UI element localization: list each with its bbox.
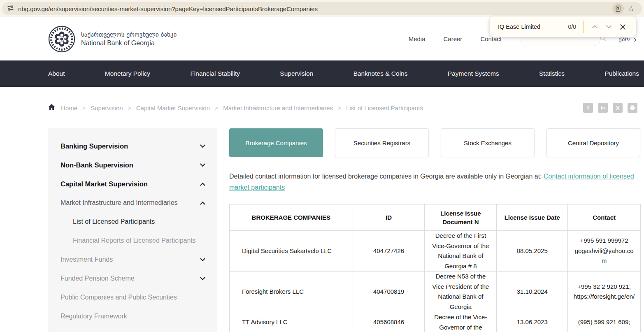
table-header-cell: License Issue Date bbox=[497, 204, 568, 231]
cell-company: Digital Securities Sakartvelo LLC bbox=[230, 231, 353, 272]
main-navigation: AboutMonetary PolicyFinancial StabilityS… bbox=[0, 60, 644, 87]
category-tab[interactable]: Central Depository bbox=[546, 128, 640, 157]
category-tabs: Brokerage CompaniesSecurities Registrars… bbox=[229, 128, 641, 157]
sidebar-item-label: Market Infrastructure and Intermediaries bbox=[60, 199, 197, 207]
breadcrumb-row: HomeSupervisionCapital Market Supervisio… bbox=[48, 101, 637, 114]
facebook-icon[interactable]: f bbox=[583, 103, 593, 113]
table-body: Digital Securities Sakartvelo LLC 404727… bbox=[230, 231, 641, 332]
chevron-icon bbox=[200, 201, 205, 207]
table-row: TT Advisory LLC 405608846 Decree of the … bbox=[230, 312, 641, 332]
url-text[interactable]: nbg.gov.ge/en/supervision/securities-mar… bbox=[18, 5, 612, 12]
category-tab[interactable]: Brokerage Companies bbox=[229, 128, 323, 157]
table-header-cell: ID bbox=[353, 204, 425, 231]
table-header-cell: Contact bbox=[568, 204, 641, 231]
sidebar-item[interactable]: Non-Bank Supervision bbox=[48, 156, 217, 174]
category-tab[interactable]: Stock Exchanges bbox=[441, 128, 535, 157]
sidebar: Banking Supervision Non-Bank Supervision… bbox=[48, 128, 217, 332]
sidebar-item-label: Capital Market Supervision bbox=[60, 180, 197, 188]
site-settings-icon[interactable] bbox=[7, 5, 14, 13]
chevron-icon bbox=[200, 182, 205, 188]
find-in-page-bar: IQ Ease Limited 0/0 bbox=[490, 16, 636, 37]
breadcrumb-item[interactable]: Home bbox=[61, 104, 91, 111]
intro-paragraph: Detailed contact information for license… bbox=[229, 171, 637, 193]
nav-item[interactable]: Payment Systems bbox=[448, 70, 499, 77]
find-in-page-icon[interactable] bbox=[612, 3, 624, 14]
breadcrumb-item[interactable]: Capital Market Supervision bbox=[136, 104, 223, 111]
cell-document: Decree of the Vice-Governor of the bbox=[425, 312, 497, 332]
cell-company: Foresight Brokers LLC bbox=[230, 272, 353, 312]
main-content: Brokerage CompaniesSecurities Registrars… bbox=[229, 128, 641, 332]
breadcrumb-item[interactable]: Market Infrastructure and Intermediaries bbox=[223, 104, 346, 111]
home-icon[interactable] bbox=[48, 104, 55, 112]
print-icon[interactable] bbox=[628, 103, 637, 113]
table-row: Foresight Brokers LLC 404700819 Decree N… bbox=[230, 272, 641, 312]
browser-toolbar: nbg.gov.ge/en/supervision/securities-mar… bbox=[0, 0, 644, 17]
nav-item[interactable]: Financial Stability bbox=[190, 70, 240, 77]
sidebar-item-label: Investment Funds bbox=[60, 256, 197, 263]
chevron-icon bbox=[200, 142, 205, 148]
cell-id: 404727426 bbox=[353, 231, 425, 272]
sidebar-item[interactable]: Banking Supervision bbox=[48, 137, 217, 156]
intro-text: Detailed contact information for license… bbox=[229, 173, 544, 180]
bank-title-georgian: საქართველოს ეროვნული ბანკი bbox=[81, 31, 177, 38]
find-query-input[interactable]: IQ Ease Limited bbox=[498, 23, 568, 30]
linkedin-icon[interactable]: in bbox=[598, 103, 608, 113]
cell-company: TT Advisory LLC bbox=[230, 312, 353, 332]
cell-date: 31.10.2024 bbox=[497, 272, 568, 312]
sidebar-item[interactable]: List of Licensed Participants bbox=[48, 212, 217, 231]
sidebar-item-label: Funded Pension Scheme bbox=[60, 275, 197, 282]
sidebar-item[interactable]: Regulatory Framework bbox=[48, 307, 217, 326]
table-row: Digital Securities Sakartvelo LLC 404727… bbox=[230, 231, 641, 272]
find-previous-button[interactable] bbox=[588, 20, 602, 34]
find-close-icon[interactable] bbox=[616, 20, 630, 34]
sidebar-item[interactable]: Financial Reports of Licensed Participan… bbox=[48, 231, 217, 250]
cell-id: 405608846 bbox=[353, 312, 425, 332]
find-match-count: 0/0 bbox=[568, 23, 576, 30]
url-bar[interactable]: nbg.gov.ge/en/supervision/securities-mar… bbox=[2, 2, 642, 15]
cell-contact: +995 32 2 920 921; https://foresight.ge/… bbox=[568, 272, 641, 312]
chevron-icon bbox=[200, 256, 205, 261]
header-link[interactable]: Media bbox=[409, 35, 425, 42]
sidebar-item[interactable]: Market Infrastructure and Intermediaries bbox=[48, 193, 217, 212]
bank-title-english: National Bank of Georgia bbox=[81, 39, 177, 47]
sidebar-item-label: Financial Reports of Licensed Participan… bbox=[73, 237, 205, 244]
sidebar-item[interactable]: Funded Pension Scheme bbox=[48, 269, 217, 288]
find-divider bbox=[583, 21, 584, 33]
sidebar-item-label: Banking Supervision bbox=[60, 142, 197, 150]
nav-item[interactable]: Statistics bbox=[539, 70, 565, 77]
cell-date: 08.05.2025 bbox=[497, 231, 568, 272]
share-icons: f in X bbox=[583, 103, 637, 113]
sidebar-item[interactable]: Public Companies and Public Securities bbox=[48, 288, 217, 307]
cell-id: 404700819 bbox=[353, 272, 425, 312]
nav-item[interactable]: About bbox=[48, 70, 65, 77]
sidebar-item[interactable]: Investment Funds bbox=[48, 250, 217, 269]
chevron-icon bbox=[200, 275, 205, 280]
breadcrumb-item[interactable]: List of Licensed Participants bbox=[346, 104, 423, 111]
nav-item[interactable]: Publications bbox=[604, 70, 639, 77]
nav-item[interactable]: Supervision bbox=[280, 70, 313, 77]
find-next-button[interactable] bbox=[602, 20, 616, 34]
cell-contact: +995 591 999972 gogashvili@yahoo.com bbox=[568, 231, 641, 272]
bookmark-star-icon[interactable]: ☆ bbox=[628, 5, 635, 12]
table-header-cell: License Issue Document N bbox=[425, 204, 497, 231]
sidebar-item[interactable]: Capital Market Supervision bbox=[48, 174, 217, 193]
nbg-logo[interactable]: საქართველოს ეროვნული ბანკი National Bank… bbox=[48, 26, 177, 53]
nav-item[interactable]: Banknotes & Coins bbox=[353, 70, 408, 77]
breadcrumb: HomeSupervisionCapital Market Supervisio… bbox=[61, 104, 423, 111]
cell-contact: (995) 599 921 609; bbox=[568, 312, 641, 332]
table-header-row: BROKERAGE COMPANIESIDLicense Issue Docum… bbox=[230, 204, 641, 231]
nav-item[interactable]: Monetary Policy bbox=[105, 70, 150, 77]
nbg-emblem-icon bbox=[48, 26, 75, 53]
chevron-icon bbox=[200, 161, 205, 167]
sidebar-item-label: Regulatory Framework bbox=[60, 313, 205, 320]
header-links: MediaCareerContact bbox=[409, 35, 502, 42]
breadcrumb-item[interactable]: Supervision bbox=[91, 104, 136, 111]
sidebar-item-label: Non-Bank Supervision bbox=[60, 161, 197, 169]
cell-document: Decree of the First Vice-Governor of the… bbox=[425, 231, 497, 272]
category-tab[interactable]: Securities Registrars bbox=[335, 128, 429, 157]
sidebar-item-label: Public Companies and Public Securities bbox=[60, 294, 205, 301]
x-twitter-icon[interactable]: X bbox=[613, 103, 623, 113]
header-link[interactable]: Career bbox=[444, 35, 463, 42]
table-header-cell: BROKERAGE COMPANIES bbox=[230, 204, 353, 231]
cell-document: Decree N53 of the Vice President of the … bbox=[425, 272, 497, 312]
